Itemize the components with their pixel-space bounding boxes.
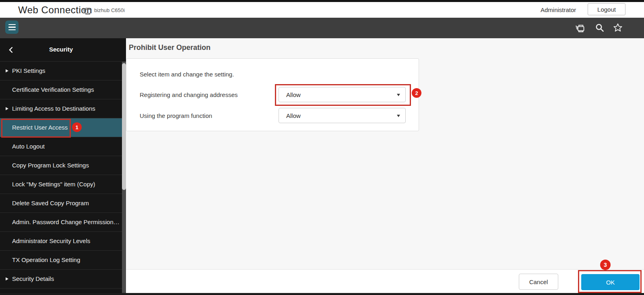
sidebar-item-restrict-user-access[interactable]: Restrict User Access: [0, 118, 122, 137]
search-icon[interactable]: [594, 22, 605, 33]
page-title: Prohibit User Operation: [129, 43, 211, 52]
sidebar-header: Security: [0, 38, 122, 62]
expand-triangle-icon: [6, 69, 8, 72]
security-sidebar: Security PKI Settings Certificate Verifi…: [0, 38, 122, 295]
menu-icon: [8, 24, 16, 25]
logout-button[interactable]: Logout: [588, 3, 625, 15]
annotation-badge-2: 2: [412, 88, 421, 98]
program-function-dropdown[interactable]: Allow: [279, 108, 406, 123]
toolbar: [0, 18, 644, 38]
sidebar-item-delete-saved-copy-program[interactable]: Delete Saved Copy Program: [0, 194, 122, 213]
web-connection-logo: Web Connection: [18, 4, 92, 16]
logged-in-user: Administrator: [541, 6, 576, 13]
annotation-badge-1: 1: [72, 122, 82, 132]
cancel-button[interactable]: Cancel: [519, 274, 558, 290]
sidebar-item-lock-my-settings-item-copy[interactable]: Lock "My Settings" item (Copy): [0, 175, 122, 194]
device-status-icon[interactable]: [574, 22, 586, 33]
sidebar-item-tx-operation-log-setting[interactable]: TX Operation Log Setting: [0, 251, 122, 270]
setting-label-program-function: Using the program function: [140, 112, 212, 119]
settings-card: Select item and change the setting. Regi…: [126, 58, 419, 131]
sidebar-item-security-details[interactable]: Security Details: [0, 270, 122, 289]
dropdown-selected-value: Allow: [286, 112, 301, 119]
scrollbar-track[interactable]: [122, 62, 126, 295]
expand-triangle-icon: [6, 107, 8, 110]
menu-button[interactable]: [5, 21, 19, 34]
annotation-badge-3: 3: [600, 260, 611, 270]
favorites-star-icon[interactable]: [612, 22, 623, 33]
top-bar: Web Connection bizhub C650i Administrato…: [0, 2, 644, 18]
sidebar-item-admin-password-change-permission[interactable]: Admin. Password Change Permission…: [0, 213, 122, 232]
sidebar-item-certificate-verification-settings[interactable]: Certificate Verification Settings: [0, 80, 122, 99]
window-bottom-edge: [0, 293, 644, 295]
sidebar-item-administrator-security-levels[interactable]: Administrator Security Levels: [0, 232, 122, 251]
ok-button[interactable]: OK: [581, 274, 640, 290]
sidebar-nav: PKI Settings Certificate Verification Se…: [0, 62, 122, 289]
scrollbar-thumb[interactable]: [122, 63, 126, 190]
setting-label-registering-addresses: Registering and changing addresses: [140, 91, 238, 98]
device-name: bizhub C650i: [94, 7, 125, 13]
sidebar-item-pki-settings[interactable]: PKI Settings: [0, 62, 122, 80]
chevron-down-icon: [397, 94, 400, 96]
instruction-text: Select item and change the setting.: [140, 71, 234, 78]
copier-icon: [82, 6, 92, 16]
sidebar-title: Security: [0, 46, 122, 53]
sidebar-item-limiting-access-to-destinations[interactable]: Limiting Access to Destinations: [0, 99, 122, 118]
registering-addresses-dropdown[interactable]: Allow: [279, 87, 406, 102]
sidebar-item-copy-program-lock-settings[interactable]: Copy Program Lock Settings: [0, 156, 122, 175]
sidebar-item-auto-logout[interactable]: Auto Logout: [0, 137, 122, 156]
dropdown-selected-value: Allow: [286, 91, 301, 98]
action-footer: Cancel OK: [126, 269, 644, 293]
chevron-down-icon: [397, 115, 400, 117]
main-content: Prohibit User Operation Select item and …: [126, 38, 644, 269]
sidebar-scrollbar: [122, 38, 126, 295]
expand-triangle-icon: [6, 277, 8, 281]
web-connection-page: Web Connection bizhub C650i Administrato…: [0, 0, 644, 295]
